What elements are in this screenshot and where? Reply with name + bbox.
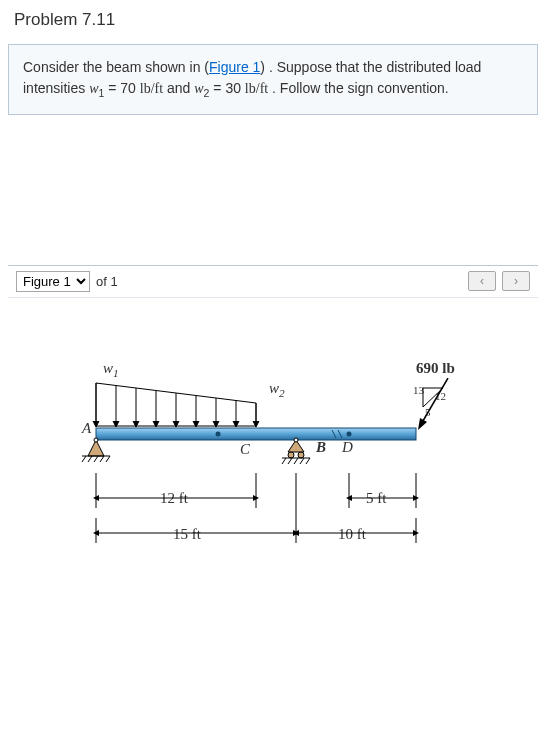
unit: lb/ft <box>245 81 268 96</box>
svg-point-19 <box>294 438 298 442</box>
text: and <box>163 80 194 96</box>
beam-body <box>96 428 416 440</box>
support-roller-B <box>282 438 310 464</box>
svg-line-24 <box>288 458 292 464</box>
svg-line-18 <box>106 456 110 462</box>
svg-line-23 <box>282 458 286 464</box>
unit: lb/ft <box>140 81 163 96</box>
next-figure-button[interactable]: › <box>502 271 530 291</box>
svg-line-16 <box>94 456 98 462</box>
figure-navigator: Figure 1 of 1 ‹ › <box>8 265 538 298</box>
figure-select[interactable]: Figure 1 <box>16 271 90 292</box>
text: Consider the beam shown in ( <box>23 59 209 75</box>
svg-line-15 <box>88 456 92 462</box>
svg-line-14 <box>82 456 86 462</box>
symbol-w2: w <box>194 81 203 96</box>
svg-point-21 <box>298 452 304 458</box>
figure-count: of 1 <box>96 274 118 289</box>
figure-link[interactable]: Figure 1 <box>209 59 260 75</box>
dim-row-1 <box>96 473 416 508</box>
svg-point-12 <box>94 438 98 442</box>
svg-line-11 <box>420 378 448 426</box>
symbol-w1: w <box>89 81 98 96</box>
text: = 70 <box>104 80 139 96</box>
prev-figure-button[interactable]: ‹ <box>468 271 496 291</box>
text: . Follow the sign convention. <box>268 80 449 96</box>
problem-title: Problem 7.11 <box>0 0 546 44</box>
label-w1: w1 <box>103 360 119 379</box>
beam-diagram-svg <box>78 378 458 578</box>
node-mid <box>216 431 221 436</box>
node-D <box>347 431 352 436</box>
svg-line-25 <box>294 458 298 464</box>
distributed-load-arrows <box>93 383 259 427</box>
support-pin-A <box>82 438 110 462</box>
svg-point-20 <box>288 452 294 458</box>
label-point-load: 690 lb <box>416 360 455 377</box>
figure-canvas: w1 w2 690 lb 13 12 5 A C B D 12 ft 5 ft … <box>8 298 538 648</box>
text: = 30 <box>209 80 244 96</box>
svg-line-26 <box>300 458 304 464</box>
svg-line-27 <box>306 458 310 464</box>
svg-line-17 <box>100 456 104 462</box>
problem-statement: Consider the beam shown in (Figure 1) . … <box>8 44 538 115</box>
point-load-arrow <box>418 378 448 430</box>
